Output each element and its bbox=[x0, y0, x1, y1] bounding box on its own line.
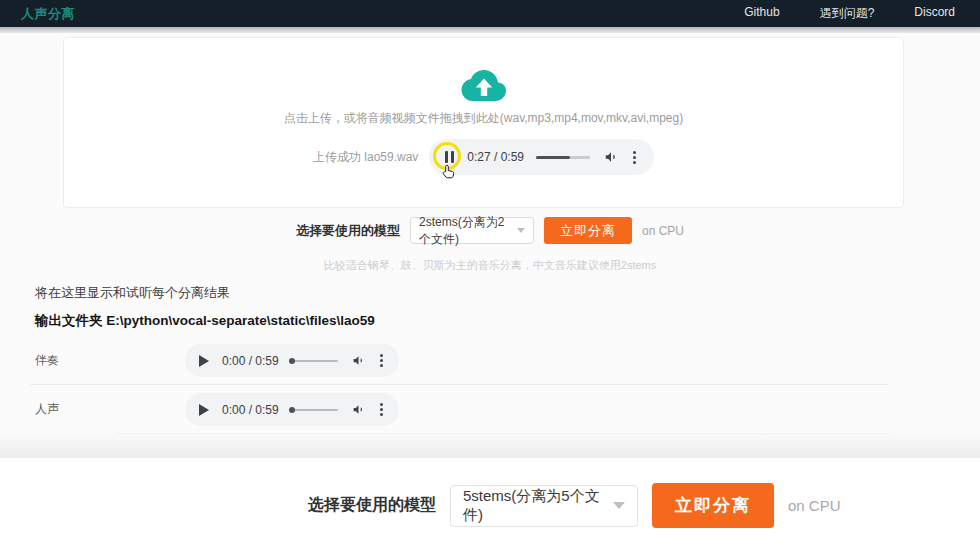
result-row-accompaniment: 伴奏 0:00 / 0:59 bbox=[35, 344, 399, 377]
app-title: 人声分离 bbox=[21, 5, 75, 23]
uploaded-file-row: 上传成功 lao59.wav 0:27 / 0:59 bbox=[313, 139, 654, 175]
mouse-cursor-icon bbox=[442, 164, 456, 179]
separate-now-button[interactable]: 立即分离 bbox=[544, 217, 632, 244]
player-time: 0:00 / 0:59 bbox=[222, 354, 279, 368]
section-fade bbox=[0, 433, 980, 458]
model-select-label: 选择要使用的模型 bbox=[296, 222, 400, 240]
output-folder-path: E:\python\vocal-separate\static\files\la… bbox=[106, 313, 375, 328]
model-select-label: 选择要使用的模型 bbox=[308, 495, 436, 516]
nav-help-link[interactable]: 遇到问题? bbox=[820, 5, 875, 22]
model-dropdown-value: 5stems(分离为5个文件) bbox=[463, 487, 607, 525]
output-folder-label: 输出文件夹 bbox=[35, 313, 103, 328]
upload-cloud-icon bbox=[461, 69, 507, 103]
seek-bar-fill bbox=[536, 156, 569, 159]
volume-icon bbox=[352, 354, 365, 367]
upload-hint-text: 点击上传，或将音频视频文件拖拽到此处(wav,mp3,mp4,mov,mkv,a… bbox=[284, 110, 683, 127]
results-heading: 将在这里显示和试听每个分离结果 bbox=[35, 284, 230, 302]
device-label: on CPU bbox=[788, 497, 841, 514]
seek-bar[interactable] bbox=[290, 360, 338, 362]
row-divider bbox=[30, 384, 888, 385]
model-dropdown[interactable]: 2stems(分离为2个文件) bbox=[410, 217, 534, 244]
model-note: 比较适合钢琴、鼓、贝斯为主的音乐分离，中文音乐建议使用2stems bbox=[0, 258, 980, 273]
device-label: on CPU bbox=[642, 224, 684, 238]
navbar-shadow bbox=[0, 27, 980, 33]
vocals-audio-player: 0:00 / 0:59 bbox=[185, 393, 399, 426]
navbar: 人声分离 Github 遇到问题? Discord bbox=[0, 0, 980, 27]
chevron-down-icon bbox=[517, 228, 525, 233]
volume-icon bbox=[352, 403, 365, 416]
uploaded-audio-player: 0:27 / 0:59 bbox=[429, 139, 654, 175]
model-selector-row: 选择要使用的模型 2stems(分离为2个文件) 立即分离 on CPU bbox=[0, 217, 980, 244]
result-label: 人声 bbox=[35, 401, 185, 418]
play-button[interactable] bbox=[199, 404, 209, 416]
seek-bar[interactable] bbox=[290, 409, 338, 411]
volume-button[interactable] bbox=[352, 354, 365, 367]
player-time: 0:27 / 0:59 bbox=[467, 150, 524, 164]
output-folder-line: 输出文件夹 E:\python\vocal-separate\static\fi… bbox=[35, 312, 375, 330]
play-button[interactable] bbox=[199, 355, 209, 367]
player-menu-button[interactable] bbox=[631, 149, 638, 166]
volume-button[interactable] bbox=[352, 403, 365, 416]
nav-discord-link[interactable]: Discord bbox=[914, 5, 955, 22]
result-row-vocals: 人声 0:00 / 0:59 bbox=[35, 393, 399, 426]
seek-thumb[interactable] bbox=[289, 407, 295, 413]
player-time: 0:00 / 0:59 bbox=[222, 403, 279, 417]
chevron-down-icon bbox=[613, 502, 625, 509]
volume-button[interactable] bbox=[604, 150, 618, 164]
bottom-panel: 选择要使用的模型 5stems(分离为5个文件) 立即分离 on CPU bbox=[0, 458, 980, 548]
row-divider bbox=[115, 433, 890, 434]
bottom-model-selector-row: 选择要使用的模型 5stems(分离为5个文件) 立即分离 on CPU bbox=[308, 483, 841, 528]
seek-thumb[interactable] bbox=[289, 358, 295, 364]
model-dropdown-value: 2stems(分离为2个文件) bbox=[419, 214, 511, 248]
upload-status-text: 上传成功 lao59.wav bbox=[313, 149, 418, 166]
player-menu-button[interactable] bbox=[378, 352, 385, 369]
pause-button[interactable] bbox=[445, 151, 454, 163]
pause-icon bbox=[445, 151, 454, 163]
separate-now-button[interactable]: 立即分离 bbox=[652, 483, 774, 528]
volume-icon bbox=[604, 150, 618, 164]
model-dropdown[interactable]: 5stems(分离为5个文件) bbox=[450, 485, 638, 527]
result-label: 伴奏 bbox=[35, 352, 185, 369]
accompaniment-audio-player: 0:00 / 0:59 bbox=[185, 344, 399, 377]
nav-links: Github 遇到问题? Discord bbox=[744, 5, 959, 22]
player-menu-button[interactable] bbox=[378, 401, 385, 418]
nav-github-link[interactable]: Github bbox=[744, 5, 779, 22]
seek-bar[interactable] bbox=[536, 156, 590, 159]
upload-dropzone[interactable]: 点击上传，或将音频视频文件拖拽到此处(wav,mp3,mp4,mov,mkv,a… bbox=[63, 37, 904, 208]
